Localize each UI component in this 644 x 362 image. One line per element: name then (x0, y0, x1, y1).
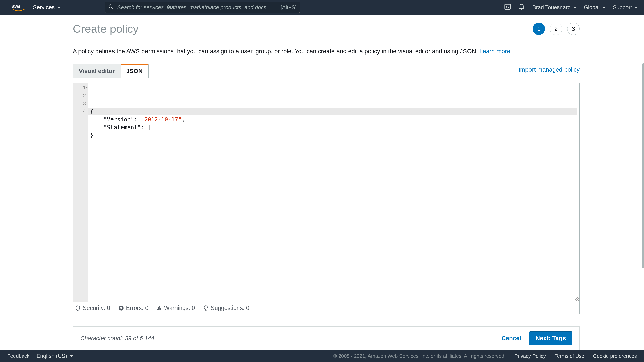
user-name: Brad Touesnard (532, 4, 570, 11)
search-input[interactable] (117, 4, 277, 11)
character-count: Character count: 39 of 6 144. (80, 335, 156, 342)
search-box[interactable]: [Alt+S] (105, 2, 300, 13)
json-editor: 1 2 3 4 { "Version": "2012-10-17", "Stat… (73, 83, 580, 314)
services-menu[interactable]: Services (33, 4, 60, 11)
main-content: Create policy 1 2 3 A policy defines the… (0, 15, 644, 350)
tab-json[interactable]: JSON (120, 64, 149, 78)
step-3[interactable]: 3 (567, 22, 580, 35)
cloudshell-icon[interactable] (504, 3, 511, 12)
status-warnings[interactable]: Warnings: 0 (156, 305, 195, 311)
cookies-link[interactable]: Cookie preferences (593, 353, 637, 359)
feedback-link[interactable]: Feedback (7, 353, 30, 359)
status-security[interactable]: Security: 0 (75, 305, 110, 311)
notifications-icon[interactable] (518, 3, 525, 12)
topnav-right: Brad Touesnard Global Support (504, 3, 638, 12)
region-menu[interactable]: Global (584, 4, 606, 11)
step-1[interactable]: 1 (532, 22, 545, 35)
cancel-button[interactable]: Cancel (501, 335, 521, 342)
line-number: 2 (73, 92, 86, 100)
footer: Feedback English (US) © 2008 - 2021, Ama… (0, 350, 644, 362)
editor-body[interactable]: 1 2 3 4 { "Version": "2012-10-17", "Stat… (73, 83, 580, 302)
next-tags-button[interactable]: Next: Tags (529, 332, 572, 345)
step-2[interactable]: 2 (550, 22, 562, 35)
status-suggestions[interactable]: Suggestions: 0 (203, 305, 249, 311)
caret-down-icon (57, 7, 60, 8)
description-text: A policy defines the AWS permissions tha… (73, 48, 480, 54)
top-nav: aws Services [Alt+S] Brad Touesnard Glob… (0, 0, 644, 15)
page-description: A policy defines the AWS permissions tha… (73, 42, 580, 63)
learn-more-link[interactable]: Learn more (480, 48, 510, 54)
action-buttons: Cancel Next: Tags (501, 332, 572, 345)
line-number: 1 (73, 84, 86, 92)
editor-status-bar: Security: 0 Errors: 0 Warnings: 0 Sugges… (73, 302, 580, 314)
editor-code[interactable]: { "Version": "2012-10-17", "Statement": … (88, 83, 580, 302)
support-label: Support (613, 4, 632, 11)
svg-point-1 (109, 5, 112, 8)
svg-point-7 (159, 309, 160, 310)
action-bar: Character count: 39 of 6 144. Cancel Nex… (73, 327, 580, 350)
services-label: Services (33, 4, 54, 11)
caret-down-icon (634, 7, 638, 8)
account-menu[interactable]: Brad Touesnard (532, 4, 576, 11)
privacy-link[interactable]: Privacy Policy (514, 353, 546, 359)
svg-text:aws: aws (12, 4, 20, 9)
vertical-scrollbar[interactable] (642, 63, 644, 268)
status-errors[interactable]: Errors: 0 (118, 305, 148, 311)
tab-visual-editor[interactable]: Visual editor (73, 64, 121, 78)
wizard-stepper: 1 2 3 (532, 22, 580, 35)
search-shortcut: [Alt+S] (280, 4, 297, 11)
import-managed-policy-link[interactable]: Import managed policy (518, 66, 580, 75)
caret-down-icon (573, 7, 576, 8)
aws-logo[interactable]: aws (12, 3, 25, 11)
page-title: Create policy (73, 22, 139, 35)
page-header: Create policy 1 2 3 (73, 22, 580, 42)
line-number: 3 (73, 100, 86, 108)
region-label: Global (584, 4, 600, 11)
support-menu[interactable]: Support (613, 4, 638, 11)
resize-grip-icon[interactable] (574, 297, 579, 301)
search-icon (108, 4, 114, 11)
footer-right: © 2008 - 2021, Amazon Web Services, Inc.… (333, 353, 637, 359)
caret-down-icon (70, 355, 73, 357)
editor-tabs: Visual editor JSON Import managed policy (73, 63, 580, 78)
caret-down-icon (602, 7, 606, 8)
footer-left: Feedback English (US) (7, 353, 73, 359)
language-menu[interactable]: English (US) (37, 353, 73, 359)
svg-rect-3 (505, 4, 510, 9)
svg-line-2 (112, 7, 114, 9)
editor-gutter: 1 2 3 4 (73, 83, 88, 302)
line-number: 4 (73, 108, 86, 115)
terms-link[interactable]: Terms of Use (555, 353, 584, 359)
copyright-text: © 2008 - 2021, Amazon Web Services, Inc.… (333, 353, 506, 359)
